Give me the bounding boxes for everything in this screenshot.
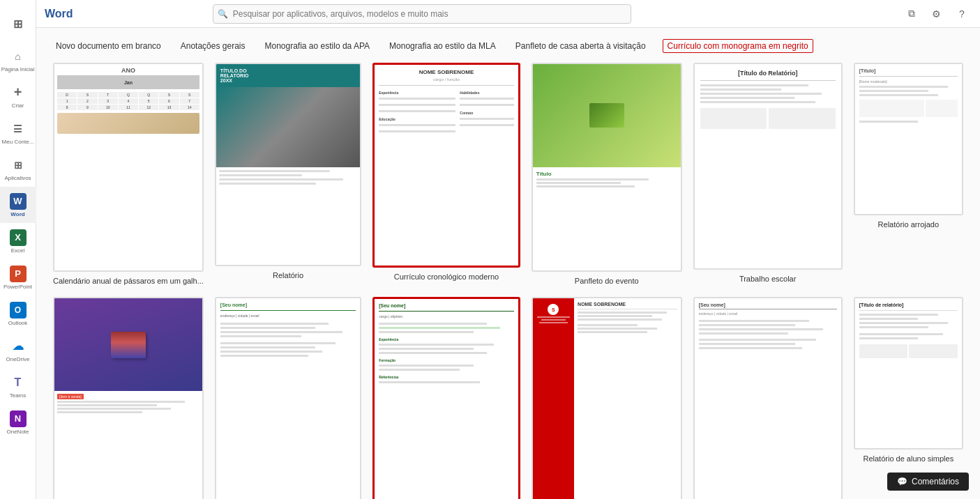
sidebar-item-label: OneNote [6,429,29,435]
word-icon: W [10,193,27,210]
template-label-relatorio-aluno: Relatório de aluno simples [854,454,963,463]
outlook-icon: O [10,302,27,318]
sidebar-item-ppt[interactable]: P PowerPoint [0,259,36,295]
docs-icon: ☰ [10,121,27,137]
sidebar-item-home[interactable]: ⌂ Página Inicial [0,42,36,78]
comment-icon: 💬 [897,477,907,486]
apps-icon: ⊞ [10,157,27,174]
teams-icon: T [10,374,27,391]
template-thumb-panfleto-venda: [Item à venda] [53,297,204,499]
sidebar-item-onenote[interactable]: N OneNote [0,404,36,440]
sidebar-item-label: PowerPoint [3,284,32,290]
sidebar-item-label: Aplicativos [4,175,31,181]
sidebar: ⊞ ⌂ Página Inicial + Criar ☰ Meu Conte..… [0,0,36,499]
sidebar-item-label: Meu Conte... [2,139,34,145]
sidebar-item-label: Página Inicial [1,66,35,72]
create-icon: + [10,84,27,101]
main-area: Word 🔍 ⧉ ⚙ ? Novo documento em branco An… [36,0,980,499]
template-carta-verde[interactable]: [Seu nome] endereço | cidade | email Car… [215,297,361,499]
template-thumb-relatorio-aluno: [Título de relatório] [854,297,963,450]
categories-row: Novo documento em branco Anotações gerai… [53,36,963,63]
template-label-panfleto-evento: Panfleto do evento [532,276,682,286]
template-thumb-carta-cronologica: [Seu nome] endereço | cidade | email [693,297,843,499]
category-monografia-mla[interactable]: Monografia ao estilo da MLA [386,40,499,52]
template-thumb-carta-monograma: S NOME SOBRENOME [532,297,682,499]
sidebar-item-label: Criar [12,102,24,109]
templates-grid: ANO Jan DSTQQSS 1234567 891011121314 Cal… [53,63,963,499]
sidebar-item-label: OneDrive [6,356,30,362]
template-carta-monograma[interactable]: S NOME SOBRENOME [532,297,682,499]
sidebar-item-grid[interactable]: ⊞ [0,6,36,42]
template-label-relatorio: Relatório [215,270,361,280]
template-label-trabalho-escolar: Trabalho escolar [693,274,843,284]
sidebar-item-teams[interactable]: T Teams [0,368,36,404]
template-relatorio[interactable]: TÍTULO DORELATÓRIO20XX Relatório [215,63,361,286]
template-thumb-calendario: ANO Jan DSTQQSS 1234567 891011121314 [53,63,204,272]
template-calendario[interactable]: ANO Jan DSTQQSS 1234567 891011121314 Cal… [53,63,204,286]
sidebar-item-excel[interactable]: X Excel [0,223,36,259]
app-title: Word [45,8,73,20]
comments-label: Comentários [912,477,959,486]
template-label-relatorio-arrojado: Relatório arrojado [854,220,963,229]
sidebar-item-outlook[interactable]: O Outlook [0,295,36,332]
template-panfleto-evento[interactable]: Título Panfleto do evento [532,63,682,286]
sidebar-item-label: Word [10,211,24,217]
template-trabalho-escolar[interactable]: [Título do Relatório] Trabalho escolar [693,63,843,286]
search-bar: 🔍 [213,4,631,24]
template-label-curriculo-moderno: Currículo cronológico moderno [372,272,520,282]
sidebar-item-apps[interactable]: ⊞ Aplicativos [0,151,36,187]
sidebar-item-docs[interactable]: ☰ Meu Conte... [0,114,36,151]
onedrive-icon: ☁ [10,338,27,355]
template-carta-cronologica[interactable]: [Seu nome] endereço | cidade | email Car… [693,297,843,499]
template-relatorio-aluno[interactable]: [Título de relatório] Rel [854,297,963,499]
excel-icon: X [10,229,27,246]
sidebar-item-label: Outlook [8,320,28,326]
template-thumb-relatorio: TÍTULO DORELATÓRIO20XX [215,63,361,266]
category-monografia-apa[interactable]: Monografia ao estilo da APA [262,40,372,52]
ppt-icon: P [10,266,27,282]
window-icon-btn[interactable]: ⧉ [902,4,921,24]
category-anotacoes-gerais[interactable]: Anotações gerais [178,40,248,52]
template-thumb-curriculo-moderno: NOME SOBRENOME cargo / função Experiênci… [372,63,520,268]
template-label-calendario: Calendário anual de pássaros em um galh.… [53,276,204,286]
home-icon: ⌂ [10,48,27,65]
topbar-right: ⧉ ⚙ ? [902,4,972,24]
sidebar-item-label: Excel [11,247,25,254]
template-thumb-panfleto-evento: Título [532,63,682,272]
template-thumb-relatorio-arrojado: [Título] [Nome moderado] [854,63,963,215]
template-curriculo-moderno[interactable]: NOME SOBRENOME cargo / função Experiênci… [372,63,520,286]
template-curriculo-verde[interactable]: [Seu nome] cargo | objetivo Experiência … [372,297,520,499]
search-icon: 🔍 [218,9,228,19]
sidebar-item-word[interactable]: W Word [0,187,36,223]
template-thumb-carta-verde: [Seu nome] endereço | cidade | email [215,297,361,499]
template-thumb-curriculo-verde: [Seu nome] cargo | objetivo Experiência … [372,297,520,499]
onenote-icon: N [10,410,27,427]
sidebar-item-create[interactable]: + Criar [0,78,36,114]
settings-icon-btn[interactable]: ⚙ [927,4,947,24]
content-area: Novo documento em branco Anotações gerai… [36,28,980,499]
template-panfleto-venda[interactable]: [Item à venda] Panfleto de venda [53,297,204,499]
sidebar-item-onedrive[interactable]: ☁ OneDrive [0,332,36,368]
grid-icon: ⊞ [10,15,27,32]
search-input[interactable] [213,4,631,24]
comments-button[interactable]: 💬 Comentários [887,473,969,491]
template-relatorio-arrojado[interactable]: [Título] [Nome moderado] Relatório arro [854,63,963,286]
topbar: Word 🔍 ⧉ ⚙ ? [36,0,980,28]
template-thumb-trabalho-escolar: [Título do Relatório] [693,63,843,270]
help-icon-btn[interactable]: ? [952,4,972,24]
category-curriculo-monograma[interactable]: Currículo com monograma em negrito [663,39,813,53]
category-novo-em-branco[interactable]: Novo documento em branco [53,40,164,52]
category-panfleto-casa[interactable]: Panfleto de casa aberta à visitação [513,40,649,52]
sidebar-item-label: Teams [10,392,27,399]
